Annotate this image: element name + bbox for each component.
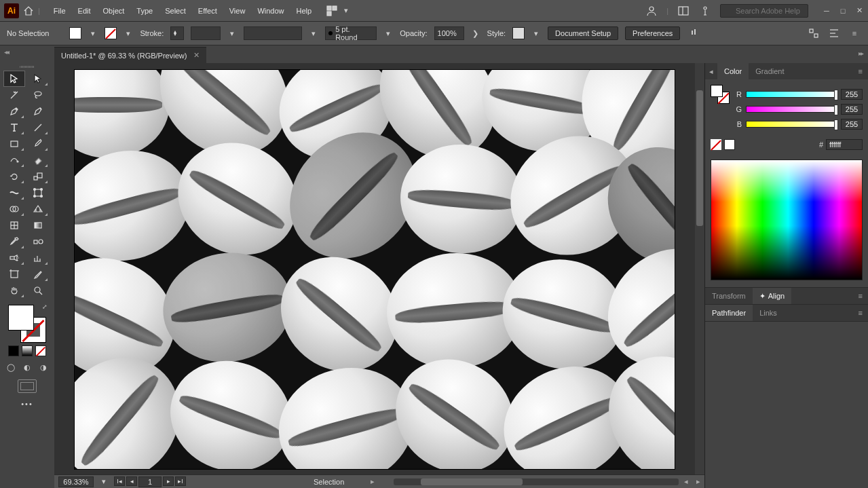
artboard[interactable] xyxy=(75,70,675,469)
menu-view[interactable]: View xyxy=(224,4,251,18)
style-swatch[interactable] xyxy=(512,27,525,39)
blend-tool[interactable] xyxy=(28,234,48,249)
menu-type[interactable]: Type xyxy=(131,4,158,18)
magic-wand-tool[interactable] xyxy=(4,88,24,102)
pathfinder-panel-menu[interactable]: ≡ xyxy=(853,309,868,317)
panel-fill-stroke[interactable] xyxy=(711,85,730,104)
paintbrush-tool[interactable] xyxy=(28,136,48,151)
collapse-toolbox-icon[interactable]: ◂◂ xyxy=(4,48,8,56)
scale-tool[interactable] xyxy=(28,169,48,184)
fill-indicator[interactable] xyxy=(8,305,34,331)
prev-artboard-button[interactable]: ◂ xyxy=(126,476,137,486)
window-maximize[interactable]: □ xyxy=(838,6,848,16)
width-tool[interactable] xyxy=(4,185,24,200)
pathfinder-tab[interactable]: Pathfinder xyxy=(705,305,753,321)
symbol-sprayer-tool[interactable] xyxy=(4,250,24,265)
last-artboard-button[interactable]: ▸I xyxy=(175,476,186,486)
rotate-tool[interactable] xyxy=(4,169,24,184)
preferences-button[interactable]: Preferences xyxy=(625,26,680,40)
home-button[interactable] xyxy=(22,4,35,18)
menu-window[interactable]: Window xyxy=(252,4,289,18)
fill-dropdown[interactable]: ▾ xyxy=(88,27,98,39)
g-slider[interactable] xyxy=(746,106,837,113)
variable-width-profile[interactable] xyxy=(244,26,302,40)
menu-edit[interactable]: Edit xyxy=(73,4,96,18)
mesh-tool[interactable] xyxy=(4,218,24,233)
color-tab[interactable]: Color xyxy=(717,63,749,79)
column-graph-tool[interactable] xyxy=(28,250,48,265)
zoom-dropdown[interactable]: ▾ xyxy=(99,476,109,488)
first-artboard-button[interactable]: I◂ xyxy=(114,476,125,486)
arrange-documents-icon[interactable] xyxy=(677,4,690,18)
pen-tool[interactable] xyxy=(4,104,24,119)
line-segment-tool[interactable] xyxy=(28,120,48,135)
artboard-tool[interactable] xyxy=(4,267,24,282)
menu-effect[interactable]: Effect xyxy=(193,4,223,18)
brush-definition[interactable]: 5 pt. Round xyxy=(325,26,377,40)
opacity-input[interactable]: 100% xyxy=(434,26,464,40)
opacity-dropdown[interactable]: ❯ xyxy=(471,27,480,39)
r-value[interactable]: 255 xyxy=(841,89,863,100)
gradient-tool[interactable] xyxy=(28,218,48,233)
stroke-dropdown[interactable]: ▾ xyxy=(124,27,133,39)
draw-behind-icon[interactable]: ◐ xyxy=(20,360,34,374)
stroke-weight-dropdown[interactable]: ▾ xyxy=(227,27,237,39)
zoom-level[interactable]: 69.33% xyxy=(58,476,94,487)
document-tab[interactable]: Untitled-1* @ 69.33 % (RGB/Preview) ✕ xyxy=(54,47,206,63)
color-mode-solid[interactable] xyxy=(8,345,19,356)
menu-help[interactable]: Help xyxy=(291,4,318,18)
slice-tool[interactable] xyxy=(28,267,48,282)
shape-builder-tool[interactable] xyxy=(4,202,24,217)
window-close[interactable]: ✕ xyxy=(854,6,864,16)
perspective-grid-tool[interactable] xyxy=(28,202,48,217)
b-value[interactable]: 255 xyxy=(841,119,863,130)
workspace-switcher[interactable] xyxy=(325,4,339,18)
hex-input[interactable] xyxy=(826,139,863,150)
menu-file[interactable]: File xyxy=(48,4,71,18)
shaper-tool[interactable] xyxy=(4,153,24,168)
type-tool[interactable] xyxy=(4,120,24,135)
align-tab[interactable]: ✦Align xyxy=(753,288,791,304)
selection-tool[interactable] xyxy=(4,71,24,86)
menu-select[interactable]: Select xyxy=(159,4,191,18)
fill-stroke-indicator[interactable]: ⤢ xyxy=(8,305,46,343)
expand-panels-icon[interactable]: ▸▸ xyxy=(858,50,863,57)
menu-object[interactable]: Object xyxy=(98,4,130,18)
transform-panel-menu[interactable]: ≡ xyxy=(853,292,868,300)
discover-icon[interactable] xyxy=(698,4,712,18)
hand-tool[interactable] xyxy=(4,283,24,298)
free-transform-tool[interactable] xyxy=(28,185,48,200)
align-to-icon[interactable] xyxy=(687,26,700,40)
transform-tab[interactable]: Transform xyxy=(705,288,753,304)
vwp-dropdown[interactable]: ▾ xyxy=(309,27,318,39)
search-input[interactable] xyxy=(720,4,808,18)
panel-menu-icon[interactable]: ≡ xyxy=(848,26,861,40)
none-swatch[interactable] xyxy=(711,139,721,150)
swap-fill-stroke-icon[interactable]: ⤢ xyxy=(42,303,48,310)
edit-toolbar-button[interactable]: ••• xyxy=(0,400,54,408)
b-slider[interactable] xyxy=(746,121,837,128)
fill-swatch[interactable] xyxy=(69,27,81,39)
screen-mode-button[interactable] xyxy=(18,379,37,393)
lasso-tool[interactable] xyxy=(28,88,48,102)
eyedropper-tool[interactable] xyxy=(4,234,24,249)
eraser-tool[interactable] xyxy=(28,153,48,168)
color-spectrum[interactable] xyxy=(711,159,863,280)
white-swatch[interactable] xyxy=(724,139,735,150)
window-minimize[interactable]: ─ xyxy=(822,6,831,16)
r-slider[interactable] xyxy=(746,91,837,98)
rectangle-tool[interactable] xyxy=(4,136,24,151)
transform-panel-icon[interactable] xyxy=(807,26,820,40)
links-tab[interactable]: Links xyxy=(753,305,784,321)
curvature-tool[interactable] xyxy=(28,104,48,119)
g-value[interactable]: 255 xyxy=(841,104,863,115)
brush-dropdown[interactable]: ▾ xyxy=(383,27,393,39)
toolbox-grip[interactable] xyxy=(0,63,54,70)
stroke-weight-input[interactable] xyxy=(191,26,221,40)
style-dropdown[interactable]: ▾ xyxy=(531,27,541,39)
workspace-dropdown[interactable]: ▾ xyxy=(341,5,351,17)
vertical-scrollbar[interactable] xyxy=(695,63,704,474)
close-tab-button[interactable]: ✕ xyxy=(193,51,200,60)
horizontal-scrollbar[interactable] xyxy=(394,478,679,485)
gradient-tab[interactable]: Gradient xyxy=(749,63,791,79)
